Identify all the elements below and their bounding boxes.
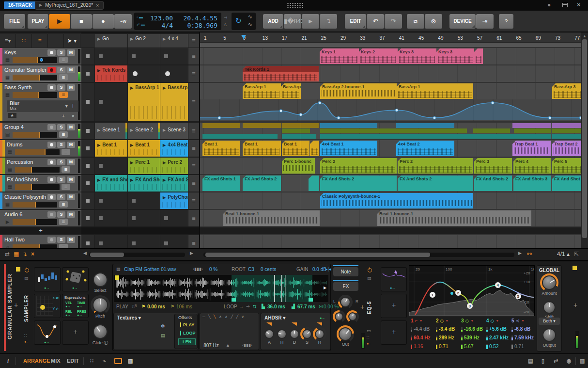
root-note-value[interactable]: C3 xyxy=(248,267,254,272)
note-editor-icon[interactable]: ⌁ xyxy=(103,358,106,364)
eq-band-2-q[interactable]: 0.71 xyxy=(436,344,448,349)
view-tab-mix[interactable]: MIX xyxy=(51,358,61,364)
arranger-clip-fx-and-shots-2[interactable]: FX And Shots 2 xyxy=(243,176,281,191)
offset-len-item[interactable]: LEN xyxy=(178,338,196,345)
sample-start-value[interactable]: 0.00 ms xyxy=(147,304,165,309)
waveform-display[interactable] xyxy=(114,275,328,302)
loop-pingpong-icon[interactable]: ⇆ xyxy=(253,304,257,309)
eq5-modulators-icon[interactable]: ●– xyxy=(367,342,371,345)
project-tab[interactable]: ▶ MyProject_16T_2020* × xyxy=(35,1,104,10)
mute-button[interactable]: M xyxy=(67,159,75,165)
volume-fader[interactable] xyxy=(13,202,57,208)
arranger-clip-fx-and-shots-2[interactable]: FX And Shots 2 xyxy=(320,176,397,191)
clip-row-menu[interactable]: ≣ xyxy=(188,235,199,248)
arranger-clip-perc-2[interactable]: Perc 2 xyxy=(320,158,397,174)
clip-slot-hall-two-1[interactable] xyxy=(95,235,127,248)
clip-slot-fx-andshots-1[interactable]: ▶FX and Sho… xyxy=(95,175,127,192)
fx-slot-button[interactable]: FX xyxy=(333,282,358,291)
eq-band-4-freq[interactable]: 2.47 kHz xyxy=(486,335,509,340)
track-menu-button[interactable]: ≡ xyxy=(59,219,68,225)
solo-button[interactable]: S xyxy=(57,159,65,165)
eq-band-5-freq[interactable]: 7.59 kHz xyxy=(511,335,534,340)
add-effect-track-icon[interactable]: ↴ xyxy=(320,14,337,29)
arranger-lane-bass-synth[interactable]: BassArp 1BassArp 1BassArp 2-bounce-1Bass… xyxy=(200,83,581,99)
record-arm-button[interactable] xyxy=(47,49,56,56)
volume-fader[interactable] xyxy=(15,184,60,190)
filter-frequency-value[interactable]: 807 Hz xyxy=(201,343,221,348)
record-arm-button[interactable] xyxy=(47,176,56,183)
add-modulator-tile[interactable]: + xyxy=(62,320,89,345)
arranger-clip-keys-3[interactable]: Keys 3 xyxy=(398,48,436,64)
track-header-fx-andshots[interactable]: FX AndShotsSM▦≡ xyxy=(0,175,81,192)
vertical-scrollbar[interactable]: ▲ xyxy=(581,32,588,248)
sample-folder-icon[interactable]: ▤ xyxy=(116,267,121,272)
arranger-clip-keys-3[interactable]: Keys 3 xyxy=(436,48,474,64)
dual-view-icon[interactable]: ∷ xyxy=(90,358,93,364)
volume-fader[interactable] xyxy=(13,75,57,80)
arranger-scroll-thumb[interactable] xyxy=(205,253,430,257)
clip-stop-button[interactable] xyxy=(81,158,94,174)
eq-output-knob[interactable] xyxy=(542,328,556,342)
insert-device-icon[interactable]: ⇥ xyxy=(476,14,494,29)
out-knob[interactable] xyxy=(339,327,352,341)
clip-slot-granular-sampler-3[interactable] xyxy=(160,65,188,82)
solo-button[interactable]: S xyxy=(57,176,65,183)
arranger-clip-fx-and-shots-1[interactable]: FX and Shots 1 xyxy=(202,176,240,191)
automation-follow-icon[interactable]: ⚯ xyxy=(527,251,532,257)
clip-slot-keys-3[interactable] xyxy=(160,48,188,64)
track-menu-button[interactable]: ≡ xyxy=(59,131,68,138)
clip-slot-drums-1[interactable]: ▶Beat 1 xyxy=(95,140,127,157)
keytrack-icon[interactable]: ‹▮▮▮› xyxy=(193,267,203,272)
xy-dot[interactable] xyxy=(40,305,45,310)
volume-fader[interactable] xyxy=(15,149,60,155)
volume-fader[interactable] xyxy=(13,244,57,249)
loop-on-icon[interactable]: ⇒ xyxy=(246,304,250,309)
loop-start-value[interactable]: 36.0 ms xyxy=(267,304,285,309)
delete-mode-icon[interactable]: × xyxy=(31,251,34,257)
record-arm-button[interactable] xyxy=(47,142,56,148)
loop-off-icon[interactable]: → xyxy=(239,304,244,309)
track-menu-button[interactable]: ≡ xyxy=(62,149,70,155)
solo-button[interactable]: S xyxy=(57,49,65,56)
band-shelf-icon[interactable]: ≺ xyxy=(516,318,520,323)
select-knob[interactable] xyxy=(93,272,108,287)
view-tab-arrange[interactable]: ARRANGE xyxy=(23,358,50,364)
eq-band-3-selector[interactable]: 3◇▼ xyxy=(461,318,474,323)
volume-small-knob[interactable] xyxy=(348,312,357,321)
follow-icon[interactable]: ↴ xyxy=(22,251,27,257)
modulator-curve-tile[interactable]: ●→ xyxy=(34,320,61,345)
keytrack-value[interactable]: 0 % xyxy=(209,267,217,272)
eq-band-5-q[interactable]: 0.71 xyxy=(511,344,524,349)
sampler-power-icon[interactable] xyxy=(25,268,29,272)
clip-stop-button[interactable] xyxy=(81,140,94,157)
clip-stop-button[interactable] xyxy=(81,175,94,192)
help-button[interactable]: ? xyxy=(499,14,513,29)
clip-slot-drums-2[interactable]: ▶Beat 1 xyxy=(128,140,160,157)
eq-band-1-freq[interactable]: 60.4 Hz xyxy=(411,335,430,340)
eq-band-2-selector[interactable]: 2◇▼ xyxy=(436,318,449,323)
track-header-granular-sampler[interactable]: Granular SamplerSM▦≡ xyxy=(0,65,81,82)
clip-row-menu[interactable]: ≣ xyxy=(188,192,199,209)
arranger-clip-bassarp-1[interactable]: BassArp 1 xyxy=(243,83,281,99)
track-header-group-4[interactable]: Group 4SM▤≡ xyxy=(0,123,81,139)
clip-slot-fx-andshots-2[interactable]: ▶FX And Sho… xyxy=(128,175,160,192)
gain-value[interactable]: 0.0 dB xyxy=(312,267,326,272)
pin-icon[interactable]: ⊤ xyxy=(70,103,75,109)
env-d-knob[interactable] xyxy=(290,329,299,339)
track-header-hall-two[interactable]: Hall TwoSM≋≡ xyxy=(0,235,81,248)
track-menu-button[interactable]: ≡ xyxy=(59,92,68,98)
eq5-power-icon[interactable] xyxy=(368,268,372,272)
clip-stop-button[interactable] xyxy=(81,235,94,248)
track-menu-button[interactable]: ≡ xyxy=(59,57,68,63)
velocity-knob[interactable] xyxy=(335,312,343,321)
arranger-clip-trap-beat-2[interactable]: Trap Beat 2 xyxy=(552,141,582,156)
env-shape-handle[interactable] xyxy=(317,322,322,326)
env-shape-handle[interactable] xyxy=(266,322,272,326)
sample-file-name[interactable]: Clap FM Gothen 01.wav xyxy=(124,267,176,272)
arranger-clip-beat-1-bounce-1[interactable]: Beat 1-bounce-1 xyxy=(223,210,320,226)
arranger-clip-perc-1-bounc[interactable]: Perc 1-bounc xyxy=(282,158,315,174)
arranger-lane-percussion[interactable]: Perc 1-bouncPerc 2Perc 2Perc 3Perc 4Perc… xyxy=(200,158,581,174)
metronome-icon[interactable]: △ xyxy=(224,22,227,27)
mixer-strip-icon[interactable]: ▥ xyxy=(128,358,133,364)
offset-loop-item[interactable]: LOOP xyxy=(180,331,196,336)
